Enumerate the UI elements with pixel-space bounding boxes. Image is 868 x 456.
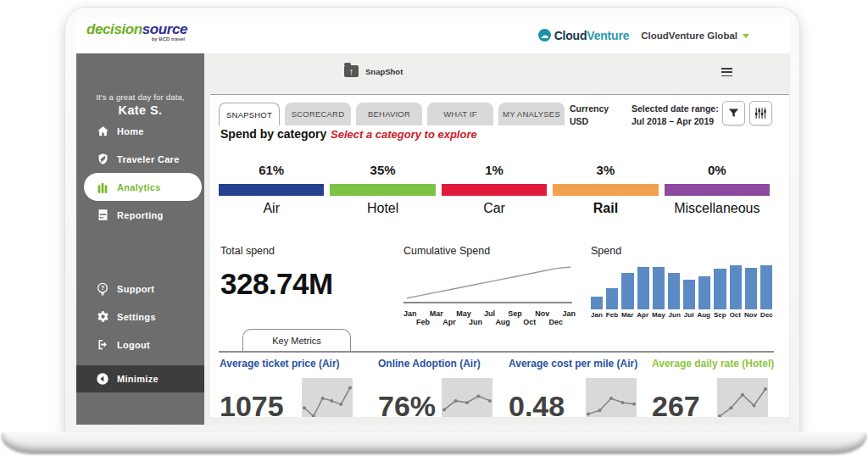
brand-part-venture: Venture [587, 29, 629, 42]
metric-sparkline [442, 378, 492, 417]
analytics-chart-icon [96, 181, 109, 194]
decisionsource-logo: decisionsource by BCD travel [86, 21, 197, 42]
category-air[interactable]: 61%Air [219, 163, 324, 216]
minimize-icon [96, 372, 109, 386]
category-name: Car [442, 201, 547, 216]
sidebar-item-minimize[interactable]: Minimize [76, 365, 204, 392]
laptop-mockup: decisionsource by BCD travel ☁ CloudVent… [0, 0, 868, 456]
shield-icon [96, 153, 109, 166]
tab-behavior[interactable]: BEHAVIOR [356, 103, 422, 125]
chevron-down-icon [743, 34, 749, 38]
logout-icon [96, 338, 109, 352]
category-name: Air [219, 201, 324, 216]
logo-part-source: source [142, 21, 187, 37]
metric-label: Average daily rate (Hotel) [652, 358, 779, 370]
tab-snapshot[interactable]: SNAPSHOT [219, 103, 280, 125]
spend-bar [683, 280, 695, 309]
total-spend-value: 328.74M [220, 267, 333, 301]
category-miscellaneous[interactable]: 0%Miscellaneous [665, 163, 770, 216]
spend-chart-label: Spend [591, 245, 772, 257]
metric-sparkline [586, 378, 637, 417]
metric-2: Average cost per mile (Air)0.48 [509, 358, 648, 370]
app-header: decisionsource by BCD travel ☁ CloudVent… [76, 17, 790, 53]
cumulative-spend-label: Cumulative Spend [403, 245, 576, 257]
metric-3: Average daily rate (Hotel)267 [652, 358, 779, 370]
home-icon [96, 125, 109, 138]
sidebar-item-analytics[interactable]: Analytics [84, 173, 202, 201]
filter-button[interactable] [722, 101, 745, 125]
total-spend-label: Total spend [220, 245, 333, 257]
spend-bar [591, 297, 603, 309]
content-panel: SNAPSHOTSCORECARDBEHAVIORWHAT IFMY ANALY… [210, 94, 789, 417]
metric-sparkline [717, 378, 768, 417]
metric-0: Average ticket price (Air)1075 [220, 358, 364, 370]
sidebar-item-home[interactable]: Home [76, 117, 204, 145]
sidebar-item-reporting[interactable]: Reporting [76, 201, 204, 229]
category-bar [665, 184, 770, 196]
metric-value: 0.48 [509, 390, 565, 417]
metric-label: Average ticket price (Air) [220, 358, 364, 370]
tab-scorecard[interactable]: SCORECARD [285, 103, 351, 125]
breadcrumb-bar: ↑ SnapShot [204, 53, 790, 94]
currency-value: USD [570, 115, 609, 128]
folder-up-icon[interactable]: ↑ [344, 65, 359, 77]
metric-value: 76% [378, 390, 436, 417]
spend-bar [714, 269, 726, 309]
category-car[interactable]: 1%Car [442, 163, 547, 216]
account-dropdown[interactable]: CloudVenture Global [641, 31, 749, 41]
sidebar-item-label: Traveler Care [117, 154, 180, 164]
sidebar-item-settings[interactable]: Settings [76, 303, 204, 331]
date-range-label: Selected date range: [632, 103, 719, 115]
category-pct: 1% [442, 163, 547, 177]
category-hotel[interactable]: 35%Hotel [330, 163, 435, 216]
account-name: CloudVenture Global [641, 31, 737, 41]
cumulative-spend-chart: Cumulative Spend JanMarMayJulSepNovJan F… [403, 245, 576, 326]
category-pct: 35% [330, 163, 435, 177]
sidebar-item-logout[interactable]: Logout [76, 331, 204, 359]
total-spend: Total spend 328.74M [220, 245, 333, 301]
spend-bar [621, 273, 633, 309]
section-title: Spend by category [220, 127, 326, 141]
metric-1: Online Adoption (Air)76% [378, 358, 514, 370]
sidebar-item-label: Reporting [117, 210, 164, 220]
brand-part-cloud: Cloud [554, 29, 587, 42]
category-name: Hotel [330, 201, 435, 216]
tab-what-if[interactable]: WHAT IF [427, 103, 493, 125]
sidebar-item-label: Home [117, 126, 144, 136]
breadcrumb: SnapShot [365, 67, 403, 76]
menu-icon[interactable] [721, 68, 732, 76]
section-hint: Select a category to explore [331, 128, 477, 141]
tab-my-analyses[interactable]: MY ANALYSES [498, 103, 565, 125]
sidebar-item-label: Support [117, 284, 154, 294]
cloud-icon: ☁ [538, 29, 551, 42]
metric-value: 1075 [220, 390, 284, 417]
gear-icon [96, 310, 109, 324]
category-pct: 61% [219, 163, 324, 177]
key-metrics-tab[interactable]: Key Metrics [242, 329, 351, 351]
sidebar-item-label: Analytics [117, 182, 161, 192]
svg-text:?: ? [101, 284, 105, 292]
category-bar [330, 184, 435, 196]
spend-bar [668, 273, 680, 309]
category-rail[interactable]: 3%Rail [553, 163, 658, 216]
sidebar-item-support[interactable]: ?Support [76, 275, 204, 303]
category-bar [553, 184, 658, 196]
sidebar-item-traveler-care[interactable]: Traveler Care [76, 145, 204, 173]
spend-bar [653, 267, 665, 309]
sidebar-item-label: Logout [117, 340, 150, 350]
laptop-frame: decisionsource by BCD travel ☁ CloudVent… [64, 7, 800, 434]
logo-part-decision: decision [86, 21, 142, 37]
spend-bar [637, 267, 649, 309]
currency-label: Currency [570, 103, 609, 115]
main-area: ↑ SnapShot SNAPSHOTSCORECARDBEHAVIORWHAT… [204, 53, 790, 425]
sidebar-item-label: Settings [117, 312, 156, 322]
sidebar-item-label: Minimize [117, 374, 159, 384]
report-icon [96, 209, 109, 222]
category-pct: 3% [553, 163, 658, 177]
currency-block: Currency USD [570, 103, 609, 127]
metric-value: 267 [652, 390, 700, 417]
tab-bar: SNAPSHOTSCORECARDBEHAVIORWHAT IFMY ANALY… [219, 103, 565, 125]
sliders-button[interactable] [749, 101, 772, 125]
spend-bar [730, 265, 742, 309]
category-name: Miscellaneous [665, 201, 770, 216]
